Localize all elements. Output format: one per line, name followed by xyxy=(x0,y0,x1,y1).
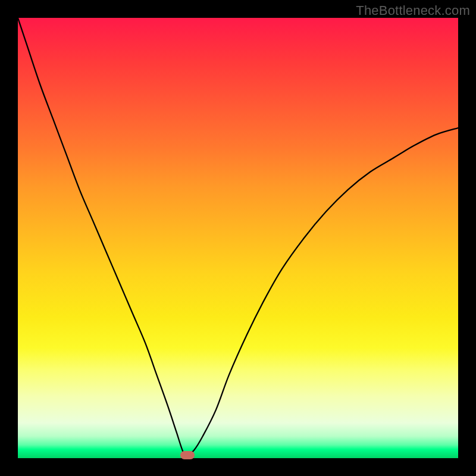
watermark-text: TheBottleneck.com xyxy=(356,3,470,18)
chart-frame: TheBottleneck.com xyxy=(0,0,476,476)
optimal-marker xyxy=(180,451,195,459)
chart-background-gradient xyxy=(18,18,458,458)
